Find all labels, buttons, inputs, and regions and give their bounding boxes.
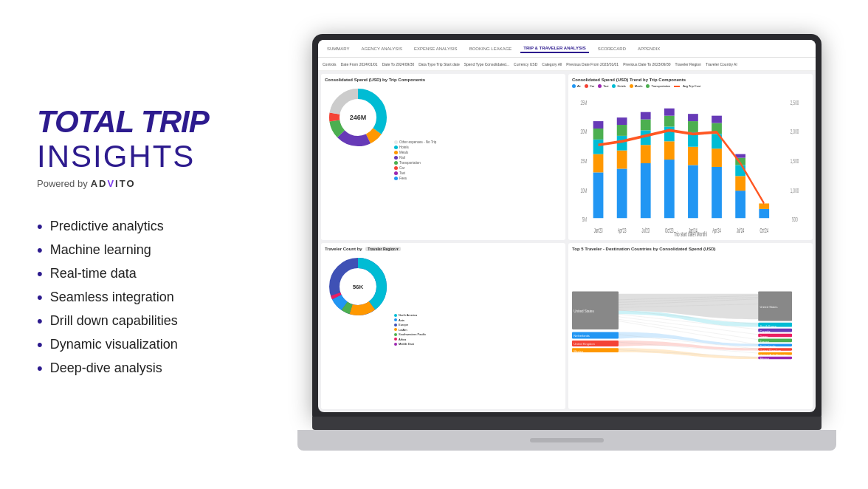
sankey-chart: United States Netherlands United Kingdom <box>572 253 809 406</box>
legend-item-rail: Rail <box>394 156 436 160</box>
card2-label-meals: Meals <box>635 84 643 88</box>
card2-label-transport: Transportation <box>651 84 670 88</box>
svg-text:Jul'24: Jul'24 <box>737 227 745 233</box>
svg-rect-37 <box>664 127 675 142</box>
logo-total-trip: TOTAL TRIP <box>37 105 244 139</box>
filter-prev-from[interactable]: Previous Date From 2023/01/01 <box>566 62 619 66</box>
legend-dot-rail <box>394 156 398 160</box>
legend-label-fees: Fees <box>399 177 407 180</box>
svg-text:Mexico: Mexico <box>574 349 583 353</box>
legend-item-other: Other expenses - No Trip <box>394 140 436 144</box>
svg-text:10M: 10M <box>580 186 587 195</box>
card1-title: Consolidated Spend (USD) by Trip Compone… <box>325 78 562 82</box>
card2-legend-taxi: Taxi <box>598 84 608 88</box>
card2-legend-air: Air <box>572 84 581 88</box>
card2-label-air: Air <box>577 84 581 88</box>
card-spend-trend: Consolidated Spend (USD) Trend by Trip C… <box>568 74 813 240</box>
filter-currency[interactable]: Currency USD <box>514 62 537 66</box>
laptop-base <box>297 417 836 462</box>
svg-rect-21 <box>593 121 604 129</box>
tl-dot-asia <box>394 318 397 321</box>
svg-rect-54 <box>735 176 745 191</box>
svg-rect-35 <box>664 160 675 218</box>
card-consolidated-spend: Consolidated Spend (USD) by Trip Compone… <box>321 74 565 240</box>
svg-text:Jul'23: Jul'23 <box>642 227 650 233</box>
card2-legend-transport: Transportation <box>646 84 670 88</box>
card2-dot-transport <box>646 84 650 88</box>
tl-na: North America <box>394 313 426 317</box>
legend-label-taxi: Taxi <box>399 171 405 175</box>
feature-item-3: Real-time data <box>37 266 244 282</box>
laptop-hinge <box>312 417 822 430</box>
tl-dot-africa <box>394 338 397 341</box>
svg-text:United Arab Emirates: United Arab Emirates <box>760 353 788 357</box>
nav-scorecard[interactable]: SCORECARD <box>595 45 629 52</box>
tl-label-me: Middle East <box>399 342 414 346</box>
filter-date-to[interactable]: Date To 2024/09/30 <box>382 62 415 66</box>
svg-text:2,000: 2,000 <box>790 127 799 136</box>
svg-text:Jan'23: Jan'23 <box>594 227 603 233</box>
tl-dot-latam <box>394 328 397 331</box>
filter-prev-to[interactable]: Previous Date To 2023/09/30 <box>623 62 670 66</box>
svg-text:United Kingdom: United Kingdom <box>760 349 782 352</box>
legend-item-hotels: Hotels <box>394 146 436 149</box>
donut2-center-value: 56K <box>353 284 364 290</box>
filter-data-type[interactable]: Data Type Trip Start date <box>418 62 460 66</box>
card2-legend-avg: Avg Trip Cost <box>674 84 700 88</box>
nav-booking[interactable]: BOOKING LEAKAGE <box>466 45 515 52</box>
nav-expense[interactable]: EXPENSE ANALYSIS <box>411 45 461 52</box>
card1-legend: Other expenses - No Trip Hotels Meals <box>394 84 436 236</box>
card2-dot-hotel <box>612 84 616 88</box>
card2-dot-car <box>585 84 588 88</box>
nav-agency[interactable]: AGENCY ANALYSIS <box>359 45 405 52</box>
svg-text:Netherlands: Netherlands <box>760 344 776 348</box>
laptop-screen: SUMMARY AGENCY ANALYSIS EXPENSE ANALYSIS… <box>318 40 816 412</box>
svg-rect-53 <box>735 191 745 218</box>
svg-rect-24 <box>617 151 627 169</box>
svg-text:2,500: 2,500 <box>790 98 799 107</box>
dashboard-content: Consolidated Spend (USD) by Trip Compone… <box>318 71 816 412</box>
tl-label-na: North America <box>399 313 417 317</box>
nav-trip-traveler[interactable]: TRIP & TRAVELER ANALYSIS <box>520 44 588 53</box>
tl-me: Middle East <box>394 342 426 346</box>
feature-item-1: Predictive analytics <box>37 219 244 235</box>
laptop-bezel: SUMMARY AGENCY ANALYSIS EXPENSE ANALYSIS… <box>312 34 822 418</box>
feature-item-5: Drill down capabilities <box>37 313 244 329</box>
filter-category[interactable]: Category All <box>542 62 562 66</box>
svg-rect-44 <box>688 121 698 132</box>
svg-rect-33 <box>641 112 651 120</box>
svg-rect-29 <box>641 163 651 218</box>
card2-label-taxi: Taxi <box>603 84 608 88</box>
filter-date-from[interactable]: Date From 2024/01/01 <box>341 62 378 66</box>
legend-dot-transportation <box>394 161 398 165</box>
svg-rect-41 <box>688 165 698 218</box>
card3-title-text: Traveler Count by <box>325 247 362 251</box>
advito-v: V <box>107 178 115 189</box>
legend-label-transportation: Transportation <box>399 161 421 165</box>
svg-rect-48 <box>712 148 722 167</box>
legend-dot-car <box>394 166 398 170</box>
svg-text:Apr'24: Apr'24 <box>712 227 721 234</box>
svg-text:Apr'23: Apr'23 <box>618 227 627 234</box>
legend-label-meals: Meals <box>399 151 408 154</box>
filter-traveler-country[interactable]: Traveler Country Al <box>706 62 737 66</box>
filter-spend-type[interactable]: Spend Type Consolidated... <box>464 62 509 66</box>
laptop-keyboard-base <box>297 430 836 451</box>
card3-legend: North America Asia Europe <box>394 253 426 406</box>
svg-text:Oct'23: Oct'23 <box>665 227 674 233</box>
tl-dot-sp <box>394 333 397 336</box>
filter-traveler-region[interactable]: Traveler Region <box>675 62 701 66</box>
card2-label-avg: Avg Trip Cost <box>683 84 700 88</box>
svg-text:1,500: 1,500 <box>790 157 799 165</box>
right-panel: SUMMARY AGENCY ANALYSIS EXPENSE ANALYSIS… <box>273 0 868 489</box>
dashboard: SUMMARY AGENCY ANALYSIS EXPENSE ANALYSIS… <box>318 40 816 412</box>
svg-text:United Kingdom: United Kingdom <box>574 342 595 346</box>
nav-appendix[interactable]: APPENDIX <box>635 45 663 52</box>
nav-summary[interactable]: SUMMARY <box>324 45 353 52</box>
filter-controls[interactable]: Controls <box>323 62 337 66</box>
legend-label-other: Other expenses - No Trip <box>399 140 436 144</box>
card3-dropdown[interactable]: Traveler Region ▾ <box>365 247 401 251</box>
svg-text:France: France <box>760 340 770 343</box>
card2-label-car: Car <box>590 84 594 88</box>
tl-europe: Europe <box>394 323 426 326</box>
